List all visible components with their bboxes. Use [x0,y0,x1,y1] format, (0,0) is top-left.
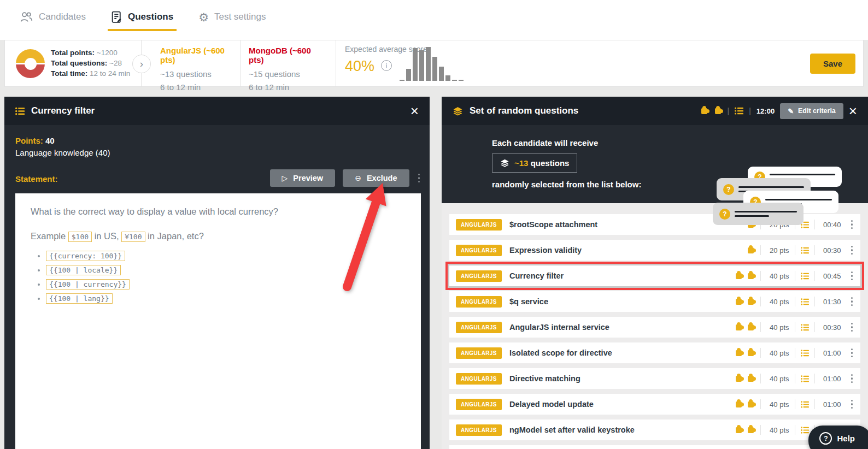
points-value: 40 [45,136,55,145]
kebab-menu-icon[interactable] [850,219,854,231]
kebab-menu-icon[interactable] [850,270,854,282]
question-row[interactable]: ANGULARJS Currency filter 40 pts 00:45 [449,265,860,286]
question-row[interactable]: ANGULARJS $q service 40 pts 01:30 [449,291,860,312]
subject-time: 6 to 12 min [160,81,239,94]
puzzle-icon [736,401,742,407]
exclude-button[interactable]: ⊖ Exclude [343,169,409,187]
points-value: 40 pts [766,426,789,434]
info-icon[interactable]: i [381,60,392,71]
question-row[interactable]: ANGULARJS Isolated scope for directive 4… [449,342,860,363]
statement-card: What is the correct way to display a val… [15,193,421,449]
skill-badge: ANGULARJS [456,219,502,231]
puzzle-icons [735,273,755,279]
total-time-value: 12:00 [756,107,775,115]
subject-time: 6 to 12 min [249,81,328,94]
puzzle-icon [748,247,754,253]
statement-option: {{100 | currency}} [46,280,406,288]
help-button[interactable]: ? Help [808,426,868,449]
statement-option: {{100 | lang}} [46,294,406,303]
points-value: 40 pts [766,400,789,409]
puzzle-icons [735,427,755,433]
points-label: Points: [15,136,43,145]
question-row[interactable]: ANGULARJS AngularJS internal service 40 … [449,317,860,338]
tab-test-settings[interactable]: ⚙ Test settings [195,7,269,27]
divider [760,399,761,409]
kebab-menu-icon[interactable] [850,245,854,256]
save-button[interactable]: Save [810,54,855,74]
skill-badge: ANGULARJS [456,296,502,308]
expected-score-value: 40% [345,58,374,75]
question-row-wrapper: ANGULARJS Expression validity 20 pts 00:… [449,240,860,261]
question-row[interactable]: ANGULARJS Expression validity 20 pts 00:… [449,240,860,261]
close-icon[interactable]: × [849,104,857,118]
kebab-menu-icon[interactable] [417,173,421,184]
question-count: ~13 [514,158,528,168]
help-question-icon: ? [819,432,832,445]
question-mark-icon: ? [754,172,765,182]
divider [760,271,761,281]
question-row-wrapper: ANGULARJS $rootScope attachment 20 pts 0… [449,214,860,235]
question-row-wrapper: ANGULARJS ngModel set after valid keystr… [449,420,860,440]
question-row[interactable]: ANGULARJS ngModel set after valid keystr… [449,420,860,440]
list-icon [801,298,809,305]
points-value: 40 pts [766,298,789,306]
expand-chevron-button[interactable]: › [132,55,151,73]
question-title: Directive matching [509,374,735,383]
skill-badge: ANGULARJS [456,424,502,436]
puzzle-icons [735,299,755,305]
code-chip: {{currency: 100}} [46,251,125,261]
points-value: 20 pts [766,221,789,229]
kebab-menu-icon[interactable] [850,373,854,385]
question-detail-header: Currency filter × [4,97,430,125]
random-questions-header: Set of random questions | | 12:00 ✎ Edit… [442,97,868,125]
code-chip: $100 [68,232,92,242]
kebab-menu-icon[interactable] [850,347,854,359]
puzzle-icon [736,376,742,382]
list-icon [15,107,25,115]
time-value: 00:40 [820,221,841,229]
kebab-menu-icon[interactable] [850,399,854,410]
question-count-suffix: questions [531,158,570,168]
edit-criteria-button[interactable]: ✎ Edit criteria [780,103,843,119]
question-row[interactable]: ANGULARJS $rootScope attachment 20 pts 0… [449,214,860,235]
divider [795,271,795,281]
histogram-bar [426,47,431,81]
layers-icon [500,158,509,168]
puzzle-icon [736,350,742,356]
illustration-card: ? [748,167,842,187]
kebab-menu-icon[interactable] [850,296,854,308]
skill-badge: ANGULARJS [456,347,502,359]
question-row[interactable]: ANGULARJS Directive matching 40 pts 01:0… [449,368,860,389]
puzzle-icon [748,376,754,382]
puzzle-icon [748,273,754,279]
puzzle-icon [748,350,754,356]
kebab-menu-icon[interactable] [850,322,854,333]
close-icon[interactable]: × [410,104,419,118]
puzzle-icon [748,427,754,433]
play-icon: ▷ [282,174,288,182]
divider [760,322,761,332]
puzzle-icon [736,324,742,330]
tab-label: Questions [128,11,173,22]
question-title: Isolated scope for directive [509,348,735,357]
divider [814,322,815,332]
edit-criteria-label: Edit criteria [798,107,836,115]
people-icon [20,11,33,23]
divider [795,374,795,383]
points-value: 40 pts [766,375,789,383]
statement-row: Statement: ▷ Preview ⊖ Exclude [15,169,421,187]
list-icon [801,375,809,382]
question-row[interactable]: ANGULARJS Delayed model update 40 pts 01… [449,394,860,415]
layers-icon [453,106,463,116]
tab-candidates[interactable]: Candidates [16,7,89,27]
tab-questions[interactable]: Questions [108,7,177,28]
points-value: 40 pts [766,349,789,357]
panel-title: Set of random questions [470,105,578,116]
preview-button[interactable]: ▷ Preview [270,169,336,187]
subject-angularjs: AngularJS (~600 pts) ~13 questions 6 to … [160,46,239,94]
question-title: Delayed model update [509,400,735,409]
chevron-right-icon: › [140,58,143,70]
points-value: 20 pts [766,246,789,255]
divider [795,322,795,332]
subject-mongodb: MongoDB (~600 pts) ~15 questions 6 to 12… [249,46,328,94]
